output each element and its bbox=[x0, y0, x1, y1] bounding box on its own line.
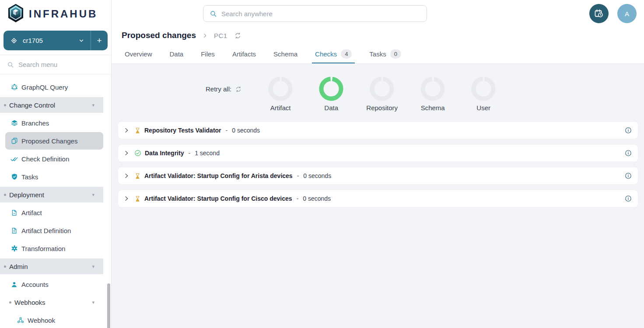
global-search[interactable] bbox=[203, 5, 427, 22]
bullet-icon bbox=[4, 194, 6, 196]
search-icon bbox=[210, 10, 217, 17]
sidebar-item-tasks[interactable]: Tasks bbox=[0, 168, 103, 185]
checks-content: Retry all: ArtifactDataRepositorySchemaU… bbox=[112, 63, 644, 328]
progress-ring-icon bbox=[370, 77, 394, 101]
check-ring-schema[interactable]: Schema bbox=[407, 77, 458, 112]
avatar[interactable]: A bbox=[617, 4, 637, 23]
sidebar-section-deployment[interactable]: Deployment▾ bbox=[0, 187, 103, 202]
progress-ring-icon bbox=[420, 77, 445, 101]
branch-icon bbox=[10, 37, 18, 44]
search-icon bbox=[7, 61, 14, 68]
refresh-icon[interactable] bbox=[234, 32, 241, 39]
info-icon[interactable] bbox=[625, 127, 632, 134]
page-head: Proposed changes PC1 OverviewDataFilesAr… bbox=[112, 27, 644, 63]
tab-data[interactable]: Data bbox=[167, 45, 187, 63]
retry-all-refresh-icon[interactable] bbox=[235, 86, 242, 92]
branch-selector[interactable]: cr1705 + bbox=[4, 31, 108, 50]
sidebar-item-check-definition[interactable]: Check Definition bbox=[0, 150, 103, 167]
chevron-down-icon[interactable] bbox=[78, 38, 84, 44]
check-circle-icon bbox=[134, 150, 141, 157]
tab-bar: OverviewDataFilesArtifactsSchemaChecks4T… bbox=[122, 45, 644, 63]
check-ring-repository[interactable]: Repository bbox=[357, 77, 407, 112]
expand-chevron-icon[interactable] bbox=[123, 127, 130, 133]
sidebar-scrollbar[interactable] bbox=[107, 283, 110, 328]
hourglass-icon bbox=[134, 173, 141, 179]
tab-overview[interactable]: Overview bbox=[122, 45, 155, 63]
document-lines-icon bbox=[10, 227, 18, 234]
info-icon[interactable] bbox=[625, 172, 632, 179]
gear-icon bbox=[10, 245, 18, 252]
sidebar-section-change-control[interactable]: Change Control▾ bbox=[0, 97, 103, 113]
tab-checks[interactable]: Checks4 bbox=[312, 45, 355, 63]
hourglass-icon bbox=[134, 127, 141, 134]
tab-files[interactable]: Files bbox=[198, 45, 218, 63]
tab-artifacts[interactable]: Artifacts bbox=[229, 45, 259, 63]
sidebar-item-webhook[interactable]: Webhook bbox=[0, 311, 103, 328]
sidebar-item-accounts[interactable]: Accounts bbox=[0, 276, 103, 293]
check-ring-user[interactable]: User bbox=[458, 77, 509, 112]
validator-row[interactable]: Data Integrity-1 second bbox=[118, 145, 638, 161]
retry-all: Retry all: bbox=[206, 85, 242, 93]
menu-search-input[interactable] bbox=[18, 61, 93, 68]
topbar: A bbox=[112, 0, 644, 27]
chevron-down-icon: ▾ bbox=[92, 192, 103, 198]
layers-icon bbox=[10, 119, 18, 127]
double-check-icon bbox=[10, 155, 18, 163]
sidebar-section-webhooks[interactable]: Webhooks▾ bbox=[0, 294, 103, 310]
shield-check-icon bbox=[10, 173, 18, 181]
expand-chevron-icon[interactable] bbox=[123, 150, 130, 156]
progress-ring-icon bbox=[319, 77, 343, 101]
infrahub-logo-icon bbox=[7, 3, 24, 24]
sidebar-item-transformation[interactable]: Transformation bbox=[0, 240, 103, 257]
app-root: INFRAHUB cr1705 + GraphQL QueryChange Co… bbox=[0, 0, 644, 328]
main-area: A Proposed changes PC1 OverviewDataFiles… bbox=[112, 0, 644, 328]
copy-icon bbox=[10, 137, 18, 145]
check-ring-artifact[interactable]: Artifact bbox=[255, 77, 306, 112]
validator-row[interactable]: Artifact Validator: Startup Config for C… bbox=[118, 190, 638, 207]
sidebar-item-graphql-query[interactable]: GraphQL Query bbox=[0, 78, 103, 96]
logo-text: INFRAHUB bbox=[29, 8, 98, 20]
validator-list: Repository Tests Validator-0 secondsData… bbox=[118, 122, 638, 207]
expand-chevron-icon[interactable] bbox=[123, 173, 130, 179]
chevron-down-icon: ▾ bbox=[92, 102, 103, 108]
menu-search[interactable] bbox=[0, 55, 111, 74]
sidebar-section-admin[interactable]: Admin▾ bbox=[0, 258, 103, 274]
validator-row[interactable]: Artifact Validator: Startup Config for A… bbox=[118, 167, 638, 184]
info-icon[interactable] bbox=[625, 150, 632, 157]
sidebar-item-branches[interactable]: Branches bbox=[0, 114, 103, 132]
infrahub-logo[interactable]: INFRAHUB bbox=[0, 0, 111, 27]
tab-schema[interactable]: Schema bbox=[270, 45, 301, 63]
avatar-initial: A bbox=[625, 10, 629, 17]
tab-badge: 0 bbox=[390, 49, 401, 59]
tab-badge: 4 bbox=[341, 49, 352, 59]
sidebar-item-artifact-definition[interactable]: Artifact Definition bbox=[0, 222, 103, 239]
chevron-down-icon: ▾ bbox=[92, 264, 103, 269]
sidebar-menu: GraphQL QueryChange Control▾BranchesProp… bbox=[0, 74, 111, 328]
time-travel-button[interactable] bbox=[589, 4, 609, 23]
breadcrumb: Proposed changes PC1 bbox=[122, 27, 644, 44]
progress-ring-icon bbox=[471, 77, 496, 101]
sidebar-item-proposed-changes[interactable]: Proposed Changes bbox=[5, 132, 103, 150]
add-branch-button[interactable]: + bbox=[91, 31, 108, 50]
sidebar-item-artifact[interactable]: Artifact bbox=[0, 204, 103, 221]
retry-all-label: Retry all: bbox=[206, 85, 231, 93]
tab-tasks[interactable]: Tasks0 bbox=[366, 45, 404, 63]
breadcrumb-current: PC1 bbox=[214, 32, 228, 39]
validator-row[interactable]: Repository Tests Validator-0 seconds bbox=[118, 122, 638, 139]
expand-chevron-icon[interactable] bbox=[123, 195, 130, 202]
chevron-down-icon: ▾ bbox=[92, 300, 103, 305]
topbar-actions: A bbox=[589, 4, 637, 23]
graphql-icon bbox=[10, 84, 18, 91]
calendar-clock-icon bbox=[594, 8, 604, 19]
sidebar: INFRAHUB cr1705 + GraphQL QueryChange Co… bbox=[0, 0, 112, 328]
global-search-input[interactable] bbox=[221, 10, 420, 17]
hourglass-icon bbox=[134, 195, 141, 202]
check-ring-data[interactable]: Data bbox=[306, 77, 357, 112]
document-icon bbox=[10, 209, 18, 216]
chevron-right-icon bbox=[202, 33, 208, 38]
info-icon[interactable] bbox=[625, 195, 632, 202]
retry-row: Retry all: ArtifactDataRepositorySchemaU… bbox=[118, 64, 638, 112]
bullet-icon bbox=[4, 265, 6, 268]
bullet-icon bbox=[9, 301, 11, 304]
progress-ring-icon bbox=[268, 77, 293, 101]
